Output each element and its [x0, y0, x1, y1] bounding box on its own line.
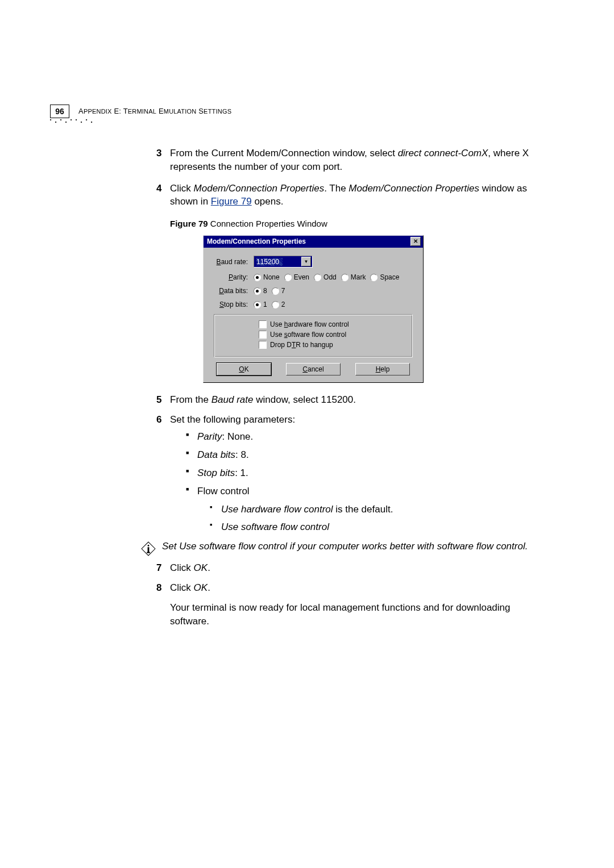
parity-mark-radio[interactable]: Mark [341, 273, 366, 281]
step-4: Click Modem/Connection Properties. The M… [156, 182, 540, 209]
info-note: Set Use software flow control if your co… [140, 540, 540, 557]
parity-none-radio[interactable]: None [254, 273, 280, 281]
data-bits-7-radio[interactable]: 7 [272, 287, 285, 295]
parity-even-radio[interactable]: Even [284, 273, 309, 281]
svg-rect-2 [148, 547, 150, 553]
data-bits-label: Data bits: [211, 287, 248, 295]
figure-link[interactable]: Figure 79 [211, 196, 252, 207]
step-5: From the Baud rate window, select 115200… [156, 393, 540, 407]
bullet-parity: Parity: None. [186, 430, 540, 444]
svg-rect-3 [147, 552, 150, 553]
decorative-dots: ⠂⠄⠂⠄⠂⠂⠄⠂⠄ [49, 116, 95, 125]
bullet-flow-control: Flow control Use hardware flow control i… [186, 485, 540, 534]
close-icon[interactable]: ✕ [410, 237, 421, 246]
step-3: From the Current Modem/Connection window… [156, 147, 540, 174]
svg-point-1 [148, 545, 150, 546]
parity-space-radio[interactable]: Space [370, 273, 399, 281]
step-6: Set the following parameters: Parity: No… [156, 413, 540, 534]
closing-paragraph: Your terminal is now ready for local man… [170, 601, 540, 629]
software-flow-checkbox[interactable]: Use software flow control [259, 331, 406, 339]
stop-bits-2-radio[interactable]: 2 [272, 301, 285, 308]
dialog-title: Modem/Connection Properties [207, 237, 306, 245]
baud-rate-label: Baud rate: [211, 258, 248, 266]
step-8: Click OK. [156, 581, 540, 595]
help-button[interactable]: Help [355, 363, 410, 375]
parity-odd-radio[interactable]: Odd [314, 273, 337, 281]
modem-connection-properties-dialog: Modem/Connection Properties ✕ Baud rate:… [203, 235, 424, 383]
stop-bits-label: Stop bits: [211, 301, 248, 308]
drop-dtr-checkbox[interactable]: Drop DTR to hangup [259, 341, 406, 349]
running-header: APPENDIX E: TERMINAL EMULATION SETTINGS [78, 107, 231, 115]
step-7: Click OK. [156, 561, 540, 575]
ok-button[interactable]: OK [217, 363, 271, 375]
subbullet-software-flow: Use software flow control [210, 520, 540, 534]
data-bits-8-radio[interactable]: 8 [254, 287, 267, 295]
info-icon [140, 541, 156, 557]
figure-caption: Figure 79 Connection Properties Window [170, 219, 540, 228]
chevron-down-icon[interactable]: ▼ [301, 257, 311, 266]
bullet-data-bits: Data bits: 8. [186, 448, 540, 462]
cancel-button[interactable]: Cancel [286, 363, 341, 375]
dialog-titlebar: Modem/Connection Properties ✕ [204, 236, 423, 248]
stop-bits-1-radio[interactable]: 1 [254, 301, 267, 308]
baud-rate-select[interactable]: 115200 ▼ [254, 256, 313, 268]
parity-label: Parity: [211, 273, 248, 281]
subbullet-hardware-flow: Use hardware flow control is the default… [210, 503, 540, 516]
flow-control-group: Use hardware flow control Use software f… [214, 314, 413, 357]
bullet-stop-bits: Stop bits: 1. [186, 466, 540, 480]
hardware-flow-checkbox[interactable]: Use hardware flow control [259, 320, 406, 328]
